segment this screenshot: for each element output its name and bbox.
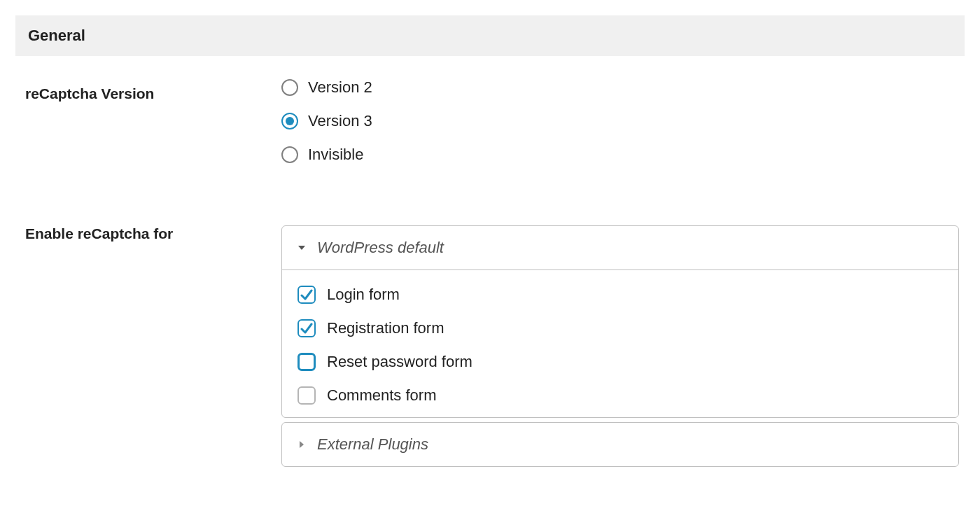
- settings-form: reCaptcha Version Version 2 Version 3 In…: [15, 78, 965, 475]
- radio-version-2[interactable]: Version 2: [281, 78, 959, 97]
- checkbox-icon: [298, 286, 316, 304]
- radio-invisible[interactable]: Invisible: [281, 146, 959, 164]
- panel-body-wordpress-default: Login form Registration form: [282, 270, 958, 417]
- checkbox-login-form[interactable]: Login form: [298, 286, 943, 304]
- radio-version-3[interactable]: Version 3: [281, 112, 959, 130]
- panel-wordpress-default: WordPress default Login form: [281, 225, 959, 418]
- checkbox-label: Registration form: [327, 319, 444, 337]
- checkbox-reset-password-form[interactable]: Reset password form: [298, 353, 943, 371]
- checkbox-icon: [298, 353, 316, 371]
- radio-icon: [281, 113, 298, 130]
- field-label-recaptcha-version: reCaptcha Version: [15, 78, 281, 188]
- checkbox-registration-form[interactable]: Registration form: [298, 319, 943, 337]
- panel-title: WordPress default: [317, 239, 444, 257]
- checkbox-label: Comments form: [327, 386, 436, 405]
- recaptcha-version-options: Version 2 Version 3 Invisible: [281, 78, 965, 188]
- radio-icon: [281, 79, 298, 96]
- caret-down-icon: [298, 244, 306, 252]
- radio-label: Invisible: [308, 146, 363, 164]
- settings-page: General reCaptcha Version Version 2 Vers…: [0, 0, 980, 475]
- checkbox-comments-form[interactable]: Comments form: [298, 386, 943, 405]
- panel-title: External Plugins: [317, 435, 428, 454]
- svg-marker-0: [298, 246, 305, 250]
- field-label-enable-recaptcha-for: Enable reCaptcha for: [15, 188, 281, 475]
- checkbox-icon: [298, 319, 316, 337]
- panel-header-wordpress-default[interactable]: WordPress default: [282, 226, 958, 270]
- checkbox-label: Reset password form: [327, 353, 472, 371]
- caret-right-icon: [298, 440, 306, 449]
- panel-external-plugins: External Plugins: [281, 422, 959, 467]
- checkbox-label: Login form: [327, 286, 400, 304]
- panel-header-external-plugins[interactable]: External Plugins: [282, 423, 958, 466]
- radio-icon: [281, 146, 298, 163]
- checkbox-icon: [298, 386, 316, 405]
- enable-recaptcha-for-panels: WordPress default Login form: [281, 188, 965, 475]
- svg-marker-1: [300, 441, 304, 448]
- radio-label: Version 2: [308, 78, 372, 97]
- section-general-header: General: [15, 15, 965, 56]
- radio-label: Version 3: [308, 112, 372, 130]
